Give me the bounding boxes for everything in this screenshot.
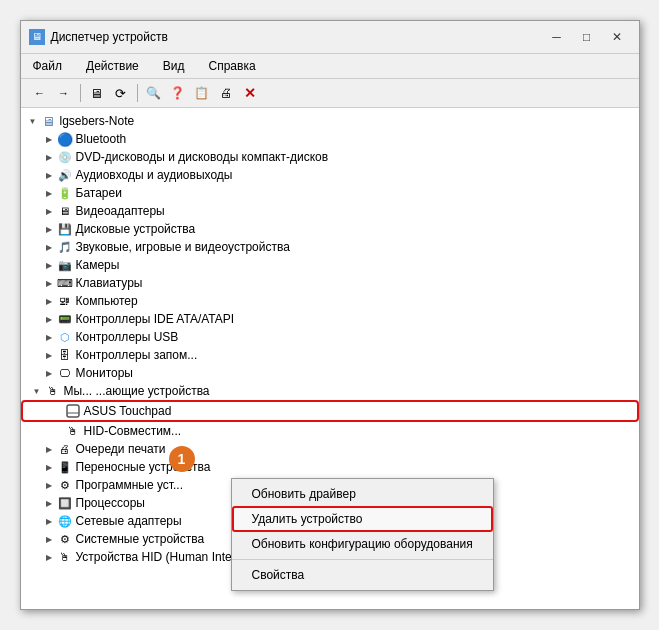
tree-item-ide[interactable]: ▶ 📟 Контроллеры IDE ATA/ATAPI [21,310,639,328]
dvd-label: DVD-дисководы и дисководы компакт-дисков [76,150,329,164]
update-button[interactable]: 📋 [191,82,213,104]
touchpad-label: ASUS Touchpad [84,404,172,418]
menu-bar: Файл Действие Вид Справка [21,54,639,79]
tree-root[interactable]: ▼ 🖥 lgsebers-Note [21,112,639,130]
toolbar: ← → 🖥 ⟳ 🔍 ❓ 📋 🖨 ✕ [21,79,639,108]
tree-item-bluetooth[interactable]: ▶ 🔵 Bluetooth [21,130,639,148]
menu-action[interactable]: Действие [82,57,143,75]
monitors-expander[interactable]: ▶ [41,365,57,381]
toolbar-separator-2 [137,84,138,102]
disk-label: Дисковые устройства [76,222,196,236]
help-button[interactable]: ❓ [167,82,189,104]
network-expander[interactable]: ▶ [41,513,57,529]
usb-icon: ⬡ [57,329,73,345]
portable-icon: 📱 [57,459,73,475]
computer-icon: 🖥 [41,113,57,129]
tree-item-display[interactable]: ▶ 🖥 Видеоадаптеры [21,202,639,220]
maximize-button[interactable]: □ [573,27,601,47]
audio-icon: 🔊 [57,167,73,183]
tree-item-audio[interactable]: ▶ 🔊 Аудиовходы и аудиовыходы [21,166,639,184]
computer-expander[interactable]: ▶ [41,293,57,309]
usb-expander[interactable]: ▶ [41,329,57,345]
minimize-button[interactable]: ─ [543,27,571,47]
mice-expander[interactable]: ▼ [29,383,45,399]
computer-label: Компьютер [76,294,138,308]
tree-item-portable[interactable]: ▶ 📱 Переносные устройства [21,458,639,476]
back-button[interactable]: ← [29,82,51,104]
software-label: Программные уст... [76,478,184,492]
scan-button[interactable]: 🔍 [143,82,165,104]
ctx-update-driver[interactable]: Обновить драйвер [232,482,493,506]
monitors-label: Мониторы [76,366,133,380]
tree-item-battery[interactable]: ▶ 🔋 Батареи [21,184,639,202]
storage-expander[interactable]: ▶ [41,347,57,363]
cpu-icon: 🔲 [57,495,73,511]
menu-help[interactable]: Справка [205,57,260,75]
forward-button[interactable]: → [53,82,75,104]
camera-icon: 📷 [57,257,73,273]
camera-expander[interactable]: ▶ [41,257,57,273]
touchpad-expander [57,403,65,419]
main-content: ▼ 🖥 lgsebers-Note ▶ 🔵 Bluetooth ▶ 💿 DVD-… [21,108,639,609]
tree-item-disk[interactable]: ▶ 💾 Дисковые устройства [21,220,639,238]
network-icon: 🌐 [57,513,73,529]
tree-item-hid[interactable]: 🖱 HID-Совместим... [21,422,639,440]
audio-expander[interactable]: ▶ [41,167,57,183]
remove-button[interactable]: ✕ [239,82,261,104]
root-label: lgsebers-Note [60,114,135,128]
sysdev-icon: ⚙ [57,531,73,547]
software-icon: ⚙ [57,477,73,493]
ide-expander[interactable]: ▶ [41,311,57,327]
close-button[interactable]: ✕ [603,27,631,47]
software-expander[interactable]: ▶ [41,477,57,493]
tree-item-touchpad[interactable]: ASUS Touchpad [21,400,639,422]
keyboard-expander[interactable]: ▶ [41,275,57,291]
tree-item-computer[interactable]: ▶ 🖳 Компьютер [21,292,639,310]
tree-item-storage[interactable]: ▶ 🗄 Контроллеры запом... [21,346,639,364]
disk-expander[interactable]: ▶ [41,221,57,237]
tree-item-sound[interactable]: ▶ 🎵 Звуковые, игровые и видеоустройства [21,238,639,256]
mice-label: Мы... ...ающие устройства [64,384,210,398]
dvd-expander[interactable]: ▶ [41,149,57,165]
context-menu: Обновить драйвер Удалить устройство Обно… [231,478,494,591]
menu-view[interactable]: Вид [159,57,189,75]
ide-icon: 📟 [57,311,73,327]
portable-expander[interactable]: ▶ [41,459,57,475]
sound-expander[interactable]: ▶ [41,239,57,255]
print-expander[interactable]: ▶ [41,441,57,457]
display-icon: 🖥 [57,203,73,219]
ctx-update-config[interactable]: Обновить конфигурацию оборудования [232,532,493,556]
monitors-icon: 🖵 [57,365,73,381]
hiddev-expander[interactable]: ▶ [41,549,57,565]
scan2-button[interactable]: 🖨 [215,82,237,104]
display-expander[interactable]: ▶ [41,203,57,219]
keyboard-icon: ⌨ [57,275,73,291]
battery-icon: 🔋 [57,185,73,201]
tree-item-dvd[interactable]: ▶ 💿 DVD-дисководы и дисководы компакт-ди… [21,148,639,166]
display-label: Видеоадаптеры [76,204,165,218]
tree-item-mice[interactable]: ▼ 🖱 Мы... ...ающие устройства [21,382,639,400]
bluetooth-expander[interactable]: ▶ [41,131,57,147]
cpu-expander[interactable]: ▶ [41,495,57,511]
properties-button[interactable]: 🖥 [86,82,108,104]
menu-file[interactable]: Файл [29,57,67,75]
print-icon: 🖨 [57,441,73,457]
root-expander[interactable]: ▼ [25,113,41,129]
tree-item-camera[interactable]: ▶ 📷 Камеры [21,256,639,274]
sysdev-expander[interactable]: ▶ [41,531,57,547]
hiddev-icon: 🖱 [57,549,73,565]
ctx-properties[interactable]: Свойства [232,563,493,587]
print-label: Очереди печати [76,442,166,456]
battery-expander[interactable]: ▶ [41,185,57,201]
device-manager-window: 🖥 Диспетчер устройств ─ □ ✕ Файл Действи… [20,20,640,610]
ide-label: Контроллеры IDE ATA/ATAPI [76,312,235,326]
tree-item-usb[interactable]: ▶ ⬡ Контроллеры USB [21,328,639,346]
tree-item-keyboard[interactable]: ▶ ⌨ Клавиатуры [21,274,639,292]
ctx-uninstall-device[interactable]: Удалить устройство [232,506,493,532]
title-bar-left: 🖥 Диспетчер устройств [29,29,168,45]
tree-item-print[interactable]: ▶ 🖨 Очереди печати [21,440,639,458]
tree-item-monitors[interactable]: ▶ 🖵 Мониторы [21,364,639,382]
title-bar: 🖥 Диспетчер устройств ─ □ ✕ [21,21,639,54]
refresh-button[interactable]: ⟳ [110,82,132,104]
sound-icon: 🎵 [57,239,73,255]
